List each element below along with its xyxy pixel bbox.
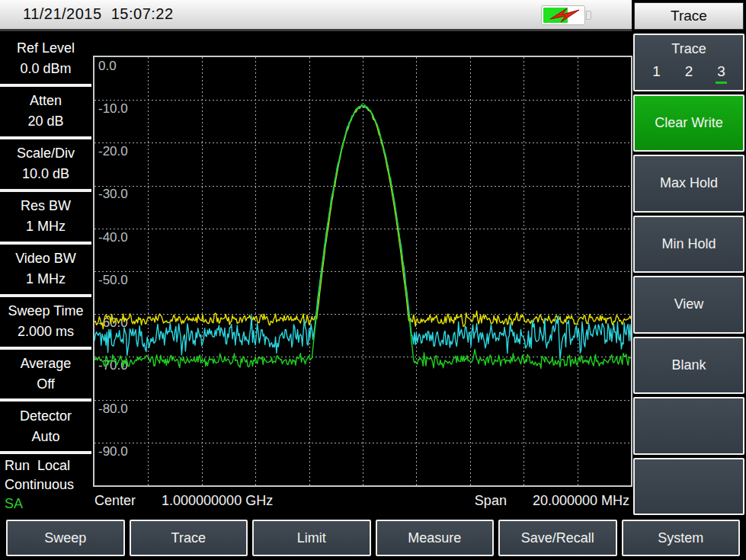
save-recall-menu-button[interactable]: Save/Recall xyxy=(498,520,617,556)
span-readout: Span 20.000000 MHz xyxy=(475,493,629,509)
average-readout: Average Off xyxy=(0,350,91,398)
trace-number-options: 1 2 3 xyxy=(651,63,727,84)
limit-menu-button[interactable]: Limit xyxy=(252,520,371,556)
divider xyxy=(0,451,91,454)
settings-sidebar: Ref Level 0.0 dBm Atten 20 dB Scale/Div … xyxy=(0,35,91,515)
softkey-empty-1[interactable] xyxy=(633,397,744,455)
softkey-column: Trace 1 2 3 Clear Write Max Hold Min Hol… xyxy=(633,34,744,515)
battery-charging-icon xyxy=(541,5,591,25)
divider xyxy=(0,347,91,350)
menu-title: Trace xyxy=(634,2,744,30)
max-hold-button[interactable]: Max Hold xyxy=(633,155,744,213)
battery-terminal xyxy=(586,11,591,20)
view-button[interactable]: View xyxy=(633,276,744,334)
center-frequency-readout: Center 1.000000000 GHz xyxy=(94,493,273,509)
sweep-time-readout: Sweep Time 2.000 ms xyxy=(0,298,91,346)
measure-menu-button[interactable]: Measure xyxy=(376,520,495,556)
trace-option-1[interactable]: 1 xyxy=(651,63,662,84)
frequency-readout-bar: Center 1.000000000 GHz Span 20.000000 MH… xyxy=(94,491,629,510)
divider xyxy=(0,294,91,297)
atten-readout: Atten 20 dB xyxy=(0,88,91,136)
trace-menu-button[interactable]: Trace xyxy=(130,520,248,556)
softkey-empty-2[interactable] xyxy=(633,458,744,516)
spectrum-display: 0.0 -10.0 -20.0 -30.0 -40.0 -50.0 -60.0 … xyxy=(93,56,632,487)
video-bw-readout: Video BW 1 MHz xyxy=(0,245,91,293)
sweep-menu-button[interactable]: Sweep xyxy=(6,520,125,556)
divider xyxy=(0,242,91,245)
divider xyxy=(0,398,91,402)
divider xyxy=(0,136,91,139)
spectrum-plot-canvas xyxy=(94,57,631,485)
trace-menu-panel: Trace Trace 1 2 3 Clear Write Max Hold M… xyxy=(633,0,746,517)
trace-option-2[interactable]: 2 xyxy=(684,63,695,84)
scale-div-readout: Scale/Div 10.0 dB xyxy=(0,140,91,188)
min-hold-button[interactable]: Min Hold xyxy=(633,216,744,274)
ref-level-readout: Ref Level 0.0 dBm xyxy=(0,35,91,83)
divider xyxy=(0,84,91,87)
blank-button[interactable]: Blank xyxy=(633,337,744,395)
system-menu-button[interactable]: System xyxy=(622,520,741,556)
status-bar: 11/21/2015 15:07:22 xyxy=(0,0,632,31)
datetime-label: 11/21/2015 15:07:22 xyxy=(23,5,174,23)
spectrum-analyzer-screen: 11/21/2015 15:07:22 Ref Level 0.0 dBm At… xyxy=(0,0,746,560)
divider xyxy=(0,189,91,192)
res-bw-readout: Res BW 1 MHz xyxy=(0,193,91,241)
trace-option-3[interactable]: 3 xyxy=(716,63,727,84)
mode-badge: SA xyxy=(5,494,91,514)
detector-readout: Detector Auto xyxy=(0,402,91,450)
clear-write-button[interactable]: Clear Write xyxy=(633,94,744,152)
run-status-readout: Run Local Continuous SA xyxy=(0,455,91,515)
main-menu-bar: Sweep Trace Limit Measure Save/Recall Sy… xyxy=(0,519,746,560)
trace-select-button[interactable]: Trace 1 2 3 xyxy=(633,34,744,91)
charging-bolt-icon xyxy=(547,4,582,27)
